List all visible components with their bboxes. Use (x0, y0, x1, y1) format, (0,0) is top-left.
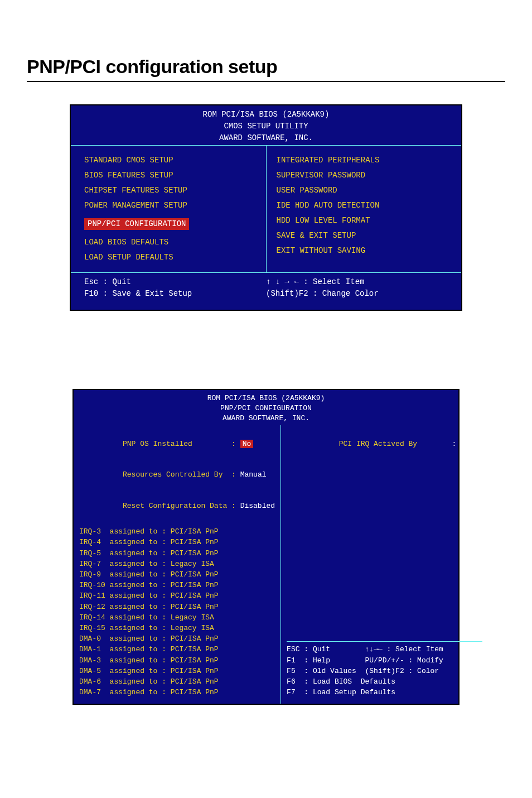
opt-reset-config[interactable]: Reset Configuration Data : Disabled (79, 491, 275, 522)
menu-item[interactable]: USER PASSWORD (277, 185, 448, 196)
bios-header-line1: ROM PCI/ISA BIOS (2A5KKAK9) (71, 109, 461, 121)
opt-label: Reset Configuration Data (123, 502, 227, 510)
menu-item[interactable]: SAVE & EXIT SETUP (277, 230, 448, 242)
bios2-header-line3: AWARD SOFTWARE, INC. (74, 414, 458, 424)
assignment-row[interactable]: DMA-7 assigned to : PCI/ISA PnP (79, 688, 275, 698)
menu-divider (266, 146, 267, 272)
opt-value: No (240, 440, 254, 448)
opt-value: Disabled (240, 502, 275, 510)
bios-menu-left: STANDARD CMOS SETUP BIOS FEATURES SETUP … (84, 151, 256, 267)
opt-label: Resources Controlled By (123, 470, 223, 479)
opt-resources[interactable]: Resources Controlled By : Manual (79, 460, 275, 491)
menu-item[interactable]: LOAD BIOS DEFAULTS (84, 237, 256, 248)
menu-item[interactable]: INTEGRATED PERIPHERALS (277, 155, 448, 166)
assignment-row[interactable]: IRQ-4 assigned to : PCI/ISA PnP (79, 537, 275, 547)
assignment-row[interactable]: IRQ-9 assigned to : PCI/ISA PnP (79, 570, 275, 580)
bios-main-menu: ROM PCI/ISA BIOS (2A5KKAK9) CMOS SETUP U… (70, 104, 462, 311)
footer-f10: F10 : Save & Exit Setup (84, 288, 266, 300)
assignment-row[interactable]: DMA-5 assigned to : PCI/ISA PnP (79, 666, 275, 676)
assignment-row[interactable]: IRQ-15 assigned to : Legacy ISA (79, 623, 275, 633)
assignment-row[interactable]: IRQ-12 assigned to : PCI/ISA PnP (79, 602, 275, 612)
menu-item-selected[interactable]: PNP/PCI CONFIGURATION (84, 218, 189, 230)
opt-value: Manual (240, 470, 267, 479)
bios-menu-right: INTEGRATED PERIPHERALS SUPERVISOR PASSWO… (277, 151, 448, 267)
menu-item[interactable]: LOAD SETUP DEFAULTS (84, 252, 256, 263)
bios2-header-line2: PNP/PCI CONFIGURATION (74, 403, 458, 414)
bios2-header-line1: ROM PCI/ISA BIOS (2A5KKAK9) (74, 393, 458, 403)
assignment-row[interactable]: DMA-1 assigned to : PCI/ISA PnP (79, 645, 275, 655)
menu-item[interactable]: BIOS FEATURES SETUP (84, 170, 256, 181)
menu-item[interactable]: HDD LOW LEVEL FORMAT (277, 215, 448, 227)
key-line: F1 : Help PU/PD/+/- : Modify (287, 656, 482, 666)
assignment-row[interactable]: IRQ-11 assigned to : PCI/ISA PnP (79, 591, 275, 601)
assignment-row[interactable]: IRQ-7 assigned to : Legacy ISA (79, 559, 275, 569)
opt-value: : Level (452, 440, 483, 448)
bios-pnp-pci-screen: ROM PCI/ISA BIOS (2A5KKAK9) PNP/PCI CONF… (72, 389, 460, 705)
key-line: ESC : Quit ↑↓→← : Select Item (287, 645, 482, 655)
footer-arrows: ↑ ↓ → ← : Select Item (266, 276, 448, 288)
key-line: F5 : Old Values (Shift)F2 : Color (287, 666, 482, 676)
opt-label: PCI IRQ Actived By (339, 440, 417, 448)
assignment-row[interactable]: IRQ-5 assigned to : PCI/ISA PnP (79, 549, 275, 559)
bios2-right-pane: PCI IRQ Actived By : Level ESC : Quit ↑↓… (281, 425, 488, 704)
assignment-list: IRQ-3 assigned to : PCI/ISA PnPIRQ-4 ass… (79, 527, 275, 698)
title-rule (27, 81, 505, 82)
menu-item[interactable]: POWER MANAGEMENT SETUP (84, 200, 256, 211)
footer-shiftf2: (Shift)F2 : Change Color (266, 288, 448, 300)
opt-pci-irq-actived[interactable]: PCI IRQ Actived By : Level (287, 429, 482, 460)
key-help: ESC : Quit ↑↓→← : Select Item F1 : Help … (287, 641, 482, 698)
assignment-row[interactable]: DMA-3 assigned to : PCI/ISA PnP (79, 656, 275, 666)
bios-header: ROM PCI/ISA BIOS (2A5KKAK9) CMOS SETUP U… (71, 105, 461, 145)
footer-esc: Esc : Quit (84, 276, 266, 288)
key-line: F6 : Load BIOS Defaults (287, 677, 482, 687)
menu-item[interactable]: CHIPSET FEATURES SETUP (84, 185, 256, 196)
bios-header-line2: CMOS SETUP UTILITY (71, 121, 461, 132)
menu-item[interactable]: EXIT WITHOUT SAVING (277, 245, 448, 257)
menu-item[interactable]: SUPERVISOR PASSWORD (277, 170, 448, 181)
assignment-row[interactable]: DMA-6 assigned to : PCI/ISA PnP (79, 677, 275, 687)
bios2-header: ROM PCI/ISA BIOS (2A5KKAK9) PNP/PCI CONF… (74, 390, 458, 425)
menu-item[interactable]: IDE HDD AUTO DETECTION (277, 200, 448, 211)
bios-header-line3: AWARD SOFTWARE, INC. (71, 132, 461, 144)
opt-pnp-os[interactable]: PNP OS Installed : No (79, 429, 275, 460)
bios2-left-pane: PNP OS Installed : No Resources Controll… (74, 425, 281, 704)
assignment-row[interactable]: IRQ-10 assigned to : PCI/ISA PnP (79, 580, 275, 590)
page-title: PNP/PCI configuration setup (27, 56, 505, 78)
bios-footer: Esc : Quit F10 : Save & Exit Setup ↑ ↓ →… (71, 273, 461, 310)
assignment-row[interactable]: DMA-0 assigned to : PCI/ISA PnP (79, 634, 275, 644)
menu-item[interactable]: STANDARD CMOS SETUP (84, 155, 256, 166)
assignment-row[interactable]: IRQ-3 assigned to : PCI/ISA PnP (79, 527, 275, 537)
opt-label: PNP OS Installed (123, 440, 192, 448)
assignment-row[interactable]: IRQ-14 assigned to : Legacy ISA (79, 613, 275, 623)
key-line: F7 : Load Setup Defaults (287, 688, 482, 698)
